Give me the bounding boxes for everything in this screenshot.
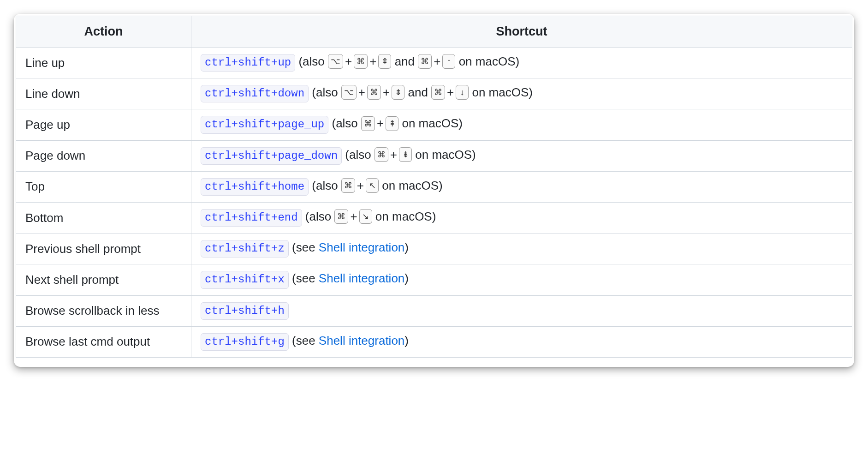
on-macos-text: on macOS) [372,210,436,223]
table-row: Page upctrl+shift+page_up (also ⌘+⇞ on m… [16,109,852,140]
key-plus: + [348,210,359,223]
shortcut-code: ctrl+shift+z [201,240,289,257]
also-open-text: (also [302,210,335,223]
on-macos-text: on macOS) [412,148,476,162]
close-paren-text: ) [404,240,409,254]
action-cell: Bottom [16,202,191,233]
also-open-text: (also [309,85,341,99]
see-text: (see Shell integration) [289,334,409,347]
table-row: Browse scrollback in lessctrl+shift+h [16,295,852,326]
command-key-icon: ⌘ [361,116,375,131]
key-plus: + [381,85,392,99]
shortcut-cell: ctrl+shift+home (also ⌘+↖ on macOS) [191,171,852,202]
command-key-icon: ⌘ [431,85,445,100]
see-text: (see Shell integration) [289,271,409,285]
page_up-key-icon: ⇞ [378,54,391,69]
shortcut-code: ctrl+shift+x [201,271,289,288]
shortcut-code: ctrl+shift+g [201,333,289,351]
command-key-icon: ⌘ [354,54,368,69]
command-key-icon: ⌘ [375,147,388,162]
table-row: Page downctrl+shift+page_down (also ⌘+⇟ … [16,140,852,171]
action-cell: Previous shell prompt [16,234,191,264]
action-cell: Next shell prompt [16,264,191,295]
also-open-text: (also [328,116,361,130]
on-macos-text: on macOS) [398,116,463,130]
mac-alt-text: (also ⌘+⇞ on macOS) [328,116,463,130]
key-plus: + [343,54,354,68]
shortcut-code: ctrl+shift+page_up [201,116,328,133]
shortcut-code: ctrl+shift+end [201,209,302,227]
key-plus: + [357,85,367,99]
shortcut-code: ctrl+shift+home [201,178,309,196]
mac-alt-text: (also ⌘+↖ on macOS) [309,179,443,192]
shortcut-cell: ctrl+shift+z (see Shell integration) [191,234,852,264]
see-open-text: (see [289,240,319,254]
shortcut-cell: ctrl+shift+up (also ⌥+⌘+⇞ and ⌘+↑ on mac… [191,48,852,78]
command-key-icon: ⌘ [418,54,432,69]
close-paren-text: ) [404,334,409,347]
and-text: and [391,54,418,68]
action-cell: Page up [16,109,191,140]
also-open-text: (also [295,54,328,68]
key-plus: + [355,179,366,192]
option-key-icon: ⌥ [341,85,357,100]
command-key-icon: ⌘ [334,209,348,224]
shortcut-code: ctrl+shift+down [201,85,309,102]
header-action: Action [16,16,191,48]
shell-integration-link[interactable]: Shell integration [319,271,404,285]
see-text: (see Shell integration) [289,240,409,254]
shortcut-cell: ctrl+shift+end (also ⌘+↘ on macOS) [191,202,852,233]
shortcut-cell: ctrl+shift+x (see Shell integration) [191,264,852,295]
home-key-icon: ↖ [366,178,379,193]
option-key-icon: ⌥ [328,54,343,69]
shortcut-cell: ctrl+shift+g (see Shell integration) [191,326,852,357]
action-cell: Top [16,171,191,202]
also-open-text: (also [342,148,375,162]
action-cell: Line down [16,78,191,109]
page_down-key-icon: ⇟ [399,147,412,162]
mac-alt-text: (also ⌘+⇟ on macOS) [342,148,476,162]
end-key-icon: ↘ [359,209,372,224]
on-macos-text: on macOS) [379,179,443,192]
header-shortcut: Shortcut [191,16,852,48]
mac-alt-text: (also ⌥+⌘+⇟ and ⌘+↓ on macOS) [309,85,533,99]
shortcut-table: Action Shortcut Line upctrl+shift+up (al… [16,16,852,358]
also-open-text: (also [309,179,341,192]
close-paren-text: ) [404,271,409,285]
shortcut-cell: ctrl+shift+page_up (also ⌘+⇞ on macOS) [191,109,852,140]
shell-integration-link[interactable]: Shell integration [319,334,404,347]
on-macos-text: on macOS) [455,54,519,68]
shortcut-cell: ctrl+shift+down (also ⌥+⌘+⇟ and ⌘+↓ on m… [191,78,852,109]
shortcut-cell: ctrl+shift+h [191,295,852,326]
command-key-icon: ⌘ [367,85,381,100]
page_up-key-icon: ⇞ [386,116,398,131]
table-row: Topctrl+shift+home (also ⌘+↖ on macOS) [16,171,852,202]
key-plus: + [388,148,399,162]
see-open-text: (see [289,271,319,285]
up-key-icon: ↑ [442,54,455,69]
table-row: Next shell promptctrl+shift+x (see Shell… [16,264,852,295]
table-row: Line downctrl+shift+down (also ⌥+⌘+⇟ and… [16,78,852,109]
key-plus: + [375,116,386,130]
mac-alt-text: (also ⌘+↘ on macOS) [302,210,436,223]
table-row: Previous shell promptctrl+shift+z (see S… [16,234,852,264]
key-plus: + [368,54,378,68]
shortcut-code: ctrl+shift+up [201,54,295,72]
table-row: Bottomctrl+shift+end (also ⌘+↘ on macOS) [16,202,852,233]
shortcut-code: ctrl+shift+h [201,302,289,320]
command-key-icon: ⌘ [341,178,355,193]
key-plus: + [432,54,442,68]
action-cell: Browse scrollback in less [16,295,191,326]
table-row: Line upctrl+shift+up (also ⌥+⌘+⇞ and ⌘+↑… [16,48,852,78]
shortcut-code: ctrl+shift+page_down [201,147,342,165]
on-macos-text: on macOS) [469,85,533,99]
mac-alt-text: (also ⌥+⌘+⇞ and ⌘+↑ on macOS) [295,54,519,68]
shell-integration-link[interactable]: Shell integration [319,240,404,254]
action-cell: Browse last cmd output [16,326,191,357]
table-row: Browse last cmd outputctrl+shift+g (see … [16,326,852,357]
action-cell: Line up [16,48,191,78]
key-plus: + [445,85,456,99]
shortcut-cell: ctrl+shift+page_down (also ⌘+⇟ on macOS) [191,140,852,171]
page_down-key-icon: ⇟ [392,85,404,100]
shortcut-table-card: Action Shortcut Line upctrl+shift+up (al… [14,14,854,367]
